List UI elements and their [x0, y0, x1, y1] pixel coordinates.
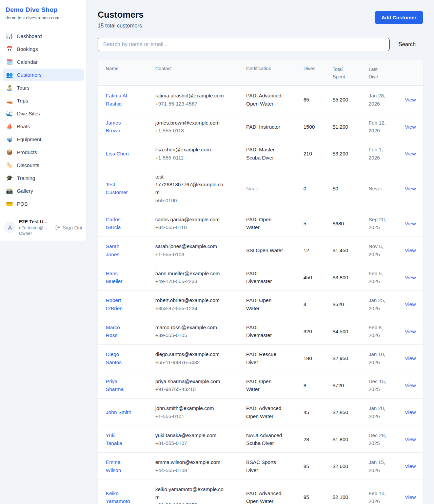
customer-name-link[interactable]: Emma Wilson: [106, 458, 137, 474]
table-row: Yuki Tanaka yuki.tanaka@example.com +81-…: [98, 426, 423, 453]
customer-email: test-1772681807767@example.com: [155, 173, 224, 197]
customer-contact: keiko.yamamoto@example.com +81-90-1234-5…: [155, 485, 229, 504]
user-name: E2E Test U...: [19, 219, 52, 224]
customer-total-spent: $680: [333, 220, 369, 227]
sidebar-item-discounts[interactable]: 🏷️ Discounts: [3, 159, 84, 171]
customer-name-link[interactable]: John Smith: [106, 408, 137, 416]
customer-contact: test-1772681807767@example.com 555-0100: [155, 173, 229, 204]
sidebar-item-products[interactable]: 📦 Products: [3, 146, 84, 158]
customer-name-link[interactable]: Diego Santos: [106, 350, 137, 366]
customer-email: hans.mueller@example.com: [155, 269, 224, 277]
customer-phone: +34-555-0110: [155, 223, 224, 231]
view-customer-link[interactable]: View: [405, 381, 415, 389]
sidebar-item-label: Tours: [17, 85, 29, 91]
customer-name-link[interactable]: Carlos Garcia: [106, 216, 137, 231]
customer-certification: PADI Instructor: [246, 123, 288, 131]
customer-name-link[interactable]: Keiko Yamamoto: [106, 489, 137, 504]
sidebar-item-label: Calendar: [17, 59, 38, 65]
sidebar-item-label: Dashboard: [17, 33, 42, 39]
customer-contact: yuki.tanaka@example.com +81-555-0107: [155, 431, 229, 447]
search-input[interactable]: [98, 38, 390, 51]
view-customer-link[interactable]: View: [405, 462, 415, 470]
customer-phone: +1-555-0113: [155, 127, 224, 134]
customer-name-link[interactable]: James Brown: [106, 119, 137, 135]
customer-phone: +44-555-0108: [155, 466, 224, 474]
wave-icon: 🌊: [6, 111, 13, 116]
customer-total-spent: $3,800: [333, 274, 369, 281]
customer-last-dive: Feb 8, 2026: [369, 323, 390, 339]
search-button[interactable]: Search: [398, 41, 416, 48]
customer-contact: marco.rossi@example.com +39-555-0105: [155, 323, 229, 339]
view-customer-link[interactable]: View: [405, 435, 415, 443]
customer-email: diego.santos@example.com: [155, 350, 224, 358]
user-section: E2E Test U... e2e-tester@... Owner Sign …: [0, 214, 86, 241]
customer-dives: 65: [303, 96, 333, 104]
customer-name-link[interactable]: Fatima Al-Rashid: [106, 92, 137, 108]
view-customer-link[interactable]: View: [405, 150, 415, 157]
customer-total-spent: $4,500: [333, 328, 369, 335]
view-customer-link[interactable]: View: [405, 354, 415, 362]
customer-total-spent: $2,600: [333, 462, 369, 470]
sidebar-item-training[interactable]: 🎓 Training: [3, 172, 84, 184]
customer-contact: robert.obrien@example.com +353-87-555-12…: [155, 296, 229, 312]
customer-name-link[interactable]: Yuki Tanaka: [106, 431, 137, 447]
customer-certification: SSI Open Water: [246, 246, 288, 254]
customer-email: james.brown@example.com: [155, 119, 224, 127]
sidebar-item-label: Gallery: [17, 188, 33, 194]
customer-phone: +81-90-1234-5678: [155, 501, 224, 504]
customer-name-link[interactable]: Marco Rossi: [106, 323, 137, 339]
sidebar-item-dashboard[interactable]: 📊 Dashboard: [3, 30, 84, 42]
sidebar-item-bookings[interactable]: 📅 Bookings: [3, 43, 84, 55]
view-customer-link[interactable]: View: [405, 328, 415, 335]
table-row: Carlos Garcia carlos.garcia@example.com …: [98, 210, 423, 237]
view-customer-link[interactable]: View: [405, 300, 415, 308]
sidebar-item-customers[interactable]: 👥 Customers: [3, 69, 84, 81]
sign-out-button[interactable]: Sign Out: [55, 225, 82, 230]
sidebar-item-boats[interactable]: ⛵ Boats: [3, 120, 84, 133]
view-customer-link[interactable]: View: [405, 408, 415, 416]
add-customer-button[interactable]: Add Customer: [375, 11, 423, 24]
column-header-total-spent: Total Spent: [333, 66, 369, 80]
customer-name-link[interactable]: Lisa Chen: [106, 150, 137, 157]
customer-certification: PADI Master Scuba Diver: [246, 146, 288, 162]
customer-last-dive: Feb 1, 2026: [369, 146, 390, 162]
spiral-calendar-icon: 🗓️: [6, 59, 13, 65]
view-customer-link[interactable]: View: [405, 123, 415, 131]
sidebar-item-calendar[interactable]: 🗓️ Calendar: [3, 56, 84, 68]
customer-certification: BSAC Sports Diver: [246, 458, 288, 474]
sidebar-item-label: Bookings: [17, 46, 38, 52]
sidebar-item-gallery[interactable]: 📸 Gallery: [3, 185, 84, 197]
page-header: Customers 15 total customers Add Custome…: [98, 10, 423, 29]
view-customer-link[interactable]: View: [405, 493, 415, 501]
sidebar-item-equipment[interactable]: 🤿 Equipment: [3, 133, 84, 146]
view-customer-link[interactable]: View: [405, 246, 415, 254]
graduation-cap-icon: 🎓: [6, 175, 13, 181]
customer-name-link[interactable]: Test Customer: [106, 181, 137, 197]
customer-contact: john.smith@example.com +1-555-0101: [155, 404, 229, 420]
customer-name-link[interactable]: Robert O'Brien: [106, 296, 137, 312]
column-header-name: Name: [106, 66, 155, 71]
sidebar-item-dive-sites[interactable]: 🌊 Dive Sites: [3, 107, 84, 120]
customer-name-link[interactable]: Hans Mueller: [106, 269, 137, 285]
sidebar-item-label: POS: [17, 201, 28, 207]
customer-name-link[interactable]: Sarah Jones: [106, 242, 137, 258]
customer-name-link[interactable]: Priya Sharma: [106, 377, 137, 393]
view-customer-link[interactable]: View: [405, 96, 415, 104]
label-tag-icon: 🏷️: [6, 163, 13, 168]
view-customer-link[interactable]: View: [405, 274, 415, 281]
sidebar-item-trips[interactable]: 🚤 Trips: [3, 94, 84, 107]
customer-phone: +91-98765-43210: [155, 385, 224, 393]
customer-email: john.smith@example.com: [155, 404, 224, 412]
diving-mask-icon: 🤿: [6, 137, 13, 142]
view-customer-link[interactable]: View: [405, 220, 415, 227]
customer-contact: fatima.alrashid@example.com +971-55-123-…: [155, 92, 229, 108]
customer-dives: 5: [303, 220, 333, 227]
search-row: Search: [98, 38, 423, 51]
table-row: Robert O'Brien robert.obrien@example.com…: [98, 291, 423, 318]
view-customer-link[interactable]: View: [405, 185, 415, 192]
sailboat-icon: ⛵: [6, 124, 13, 129]
customer-email: priya.sharma@example.com: [155, 377, 224, 385]
sidebar-item-pos[interactable]: 💳 POS: [3, 198, 84, 210]
customer-certification: None: [246, 185, 288, 192]
sidebar-item-tours[interactable]: 🏝️ Tours: [3, 81, 84, 94]
